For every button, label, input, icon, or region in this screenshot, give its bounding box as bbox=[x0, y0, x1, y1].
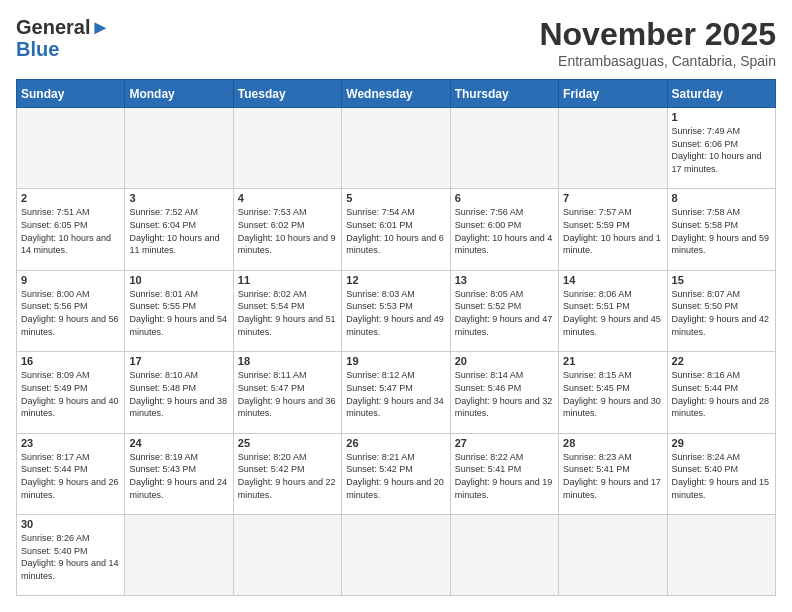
header-monday: Monday bbox=[125, 80, 233, 108]
cell-day-27: 27 Sunrise: 8:22 AMSunset: 5:41 PMDaylig… bbox=[450, 433, 558, 514]
title-block: November 2025 Entrambasaguas, Cantabria,… bbox=[539, 16, 776, 69]
cell-day-13: 13 Sunrise: 8:05 AMSunset: 5:52 PMDaylig… bbox=[450, 270, 558, 351]
cell-day-15: 15 Sunrise: 8:07 AMSunset: 5:50 PMDaylig… bbox=[667, 270, 775, 351]
header: General► Blue November 2025 Entrambasagu… bbox=[16, 16, 776, 69]
cell-day-4: 4 Sunrise: 7:53 AMSunset: 6:02 PMDayligh… bbox=[233, 189, 341, 270]
cell-day-14: 14 Sunrise: 8:06 AMSunset: 5:51 PMDaylig… bbox=[559, 270, 667, 351]
cell-day-23: 23 Sunrise: 8:17 AMSunset: 5:44 PMDaylig… bbox=[17, 433, 125, 514]
cell-day-16: 16 Sunrise: 8:09 AMSunset: 5:49 PMDaylig… bbox=[17, 352, 125, 433]
cell-day-22: 22 Sunrise: 8:16 AMSunset: 5:44 PMDaylig… bbox=[667, 352, 775, 433]
header-saturday: Saturday bbox=[667, 80, 775, 108]
cell-day-21: 21 Sunrise: 8:15 AMSunset: 5:45 PMDaylig… bbox=[559, 352, 667, 433]
calendar-row-6: 30 Sunrise: 8:26 AMSunset: 5:40 PMDaylig… bbox=[17, 515, 776, 596]
calendar-row-1: 1 Sunrise: 7:49 AMSunset: 6:06 PMDayligh… bbox=[17, 108, 776, 189]
cell-empty-12 bbox=[667, 515, 775, 596]
cell-day-2: 2 Sunrise: 7:51 AMSunset: 6:05 PMDayligh… bbox=[17, 189, 125, 270]
calendar-row-2: 2 Sunrise: 7:51 AMSunset: 6:05 PMDayligh… bbox=[17, 189, 776, 270]
calendar-row-4: 16 Sunrise: 8:09 AMSunset: 5:49 PMDaylig… bbox=[17, 352, 776, 433]
cell-day-19: 19 Sunrise: 8:12 AMSunset: 5:47 PMDaylig… bbox=[342, 352, 450, 433]
cell-day-30: 30 Sunrise: 8:26 AMSunset: 5:40 PMDaylig… bbox=[17, 515, 125, 596]
cell-day-29: 29 Sunrise: 8:24 AMSunset: 5:40 PMDaylig… bbox=[667, 433, 775, 514]
header-tuesday: Tuesday bbox=[233, 80, 341, 108]
cell-empty-5 bbox=[450, 108, 558, 189]
calendar-header-row: Sunday Monday Tuesday Wednesday Thursday… bbox=[17, 80, 776, 108]
header-friday: Friday bbox=[559, 80, 667, 108]
cell-day-1: 1 Sunrise: 7:49 AMSunset: 6:06 PMDayligh… bbox=[667, 108, 775, 189]
cell-day-18: 18 Sunrise: 8:11 AMSunset: 5:47 PMDaylig… bbox=[233, 352, 341, 433]
cell-empty-11 bbox=[559, 515, 667, 596]
header-wednesday: Wednesday bbox=[342, 80, 450, 108]
cell-day-7: 7 Sunrise: 7:57 AMSunset: 5:59 PMDayligh… bbox=[559, 189, 667, 270]
cell-day-8: 8 Sunrise: 7:58 AMSunset: 5:58 PMDayligh… bbox=[667, 189, 775, 270]
cell-day-6: 6 Sunrise: 7:56 AMSunset: 6:00 PMDayligh… bbox=[450, 189, 558, 270]
cell-empty-7 bbox=[125, 515, 233, 596]
header-thursday: Thursday bbox=[450, 80, 558, 108]
cell-empty-8 bbox=[233, 515, 341, 596]
cell-day-24: 24 Sunrise: 8:19 AMSunset: 5:43 PMDaylig… bbox=[125, 433, 233, 514]
cell-empty-2 bbox=[125, 108, 233, 189]
header-sunday: Sunday bbox=[17, 80, 125, 108]
logo: General► Blue bbox=[16, 16, 110, 60]
page: General► Blue November 2025 Entrambasagu… bbox=[0, 0, 792, 612]
cell-day-5: 5 Sunrise: 7:54 AMSunset: 6:01 PMDayligh… bbox=[342, 189, 450, 270]
cell-empty-10 bbox=[450, 515, 558, 596]
calendar-row-5: 23 Sunrise: 8:17 AMSunset: 5:44 PMDaylig… bbox=[17, 433, 776, 514]
cell-empty-4 bbox=[342, 108, 450, 189]
cell-empty-1 bbox=[17, 108, 125, 189]
cell-day-12: 12 Sunrise: 8:03 AMSunset: 5:53 PMDaylig… bbox=[342, 270, 450, 351]
cell-day-20: 20 Sunrise: 8:14 AMSunset: 5:46 PMDaylig… bbox=[450, 352, 558, 433]
cell-day-25: 25 Sunrise: 8:20 AMSunset: 5:42 PMDaylig… bbox=[233, 433, 341, 514]
cell-day-28: 28 Sunrise: 8:23 AMSunset: 5:41 PMDaylig… bbox=[559, 433, 667, 514]
cell-empty-3 bbox=[233, 108, 341, 189]
cell-empty-9 bbox=[342, 515, 450, 596]
location-subtitle: Entrambasaguas, Cantabria, Spain bbox=[539, 53, 776, 69]
cell-day-10: 10 Sunrise: 8:01 AMSunset: 5:55 PMDaylig… bbox=[125, 270, 233, 351]
cell-day-9: 9 Sunrise: 8:00 AMSunset: 5:56 PMDayligh… bbox=[17, 270, 125, 351]
cell-day-3: 3 Sunrise: 7:52 AMSunset: 6:04 PMDayligh… bbox=[125, 189, 233, 270]
cell-day-26: 26 Sunrise: 8:21 AMSunset: 5:42 PMDaylig… bbox=[342, 433, 450, 514]
calendar-table: Sunday Monday Tuesday Wednesday Thursday… bbox=[16, 79, 776, 596]
cell-empty-6 bbox=[559, 108, 667, 189]
month-title: November 2025 bbox=[539, 16, 776, 53]
cell-day-17: 17 Sunrise: 8:10 AMSunset: 5:48 PMDaylig… bbox=[125, 352, 233, 433]
calendar-row-3: 9 Sunrise: 8:00 AMSunset: 5:56 PMDayligh… bbox=[17, 270, 776, 351]
cell-day-11: 11 Sunrise: 8:02 AMSunset: 5:54 PMDaylig… bbox=[233, 270, 341, 351]
